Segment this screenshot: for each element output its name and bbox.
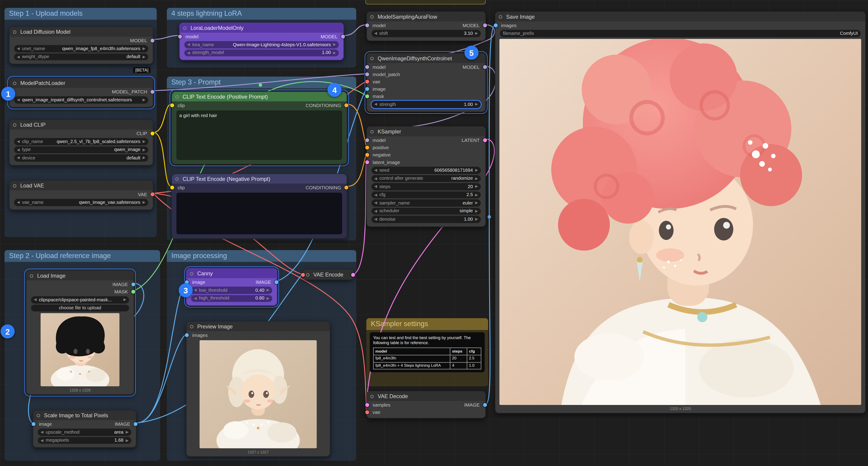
filename-prefix-widget[interactable]: filename_prefix ComfyUI (500, 30, 861, 37)
node-lora-loader-model-only[interactable]: LoraLoaderModelOnly model MODEL ◀ lora_n… (179, 23, 344, 60)
images-input-port[interactable] (185, 333, 189, 337)
node-vae-encode[interactable]: VAE Encode (302, 269, 354, 280)
combo-next-icon[interactable]: ▶ (124, 297, 126, 302)
group-ksettings-header[interactable]: KSampler settings (366, 318, 488, 330)
weight-dtype-widget[interactable]: ◀ weight_dtype default ▶ (14, 53, 148, 60)
combo-prev-icon[interactable]: ◀ (17, 147, 20, 152)
combo-prev-icon[interactable]: ◀ (194, 288, 197, 293)
combo-next-icon[interactable]: ▶ (475, 193, 478, 197)
node-load-vae[interactable]: Load VAE VAE ◀ vae_name qwen_image_vae.s… (9, 180, 153, 210)
combo-next-icon[interactable]: ▶ (267, 288, 270, 293)
images-input-port[interactable] (494, 23, 498, 27)
combo-next-icon[interactable]: ▶ (333, 51, 336, 55)
mask-output-port[interactable] (131, 290, 135, 293)
combo-next-icon[interactable]: ▶ (475, 102, 478, 107)
combo-next-icon[interactable]: ▶ (475, 31, 478, 36)
collapse-dot-icon[interactable] (30, 274, 33, 277)
combo-prev-icon[interactable]: ◀ (17, 139, 20, 144)
combo-next-icon[interactable]: ▶ (475, 168, 478, 172)
combo-next-icon[interactable]: ▶ (333, 42, 336, 47)
combo-prev-icon[interactable]: ◀ (187, 42, 190, 47)
combo-prev-icon[interactable]: ◀ (17, 55, 20, 59)
choose-file-button[interactable]: choose file to upload (31, 304, 129, 311)
combo-next-icon[interactable]: ▶ (143, 98, 146, 102)
combo-prev-icon[interactable]: ◀ (40, 430, 43, 434)
unet-name-widget[interactable]: ◀ unet_name qwen_image_fp8_e4m3fn.safete… (14, 45, 148, 52)
group-imgproc-header[interactable]: Image processing (167, 250, 356, 262)
collapse-dot-icon[interactable] (175, 95, 179, 98)
model-output-port[interactable] (341, 34, 345, 38)
combo-next-icon[interactable]: ▶ (475, 209, 478, 213)
collapse-dot-icon[interactable] (37, 413, 40, 417)
combo-prev-icon[interactable]: ◀ (17, 156, 20, 160)
group-step1-header[interactable]: Step 1 - Upload models (5, 8, 157, 20)
node-model-patch-loader[interactable]: ModelPatchLoader MODEL_PATCH ◀ qwen_imag… (9, 78, 153, 107)
positive-input-port[interactable] (365, 145, 369, 149)
cfg-widget[interactable]: ◀ cfg 2.5 ▶ (372, 191, 481, 198)
node-clip-text-encode-negative[interactable]: CLIP Text Encode (Negative Prompt) clip … (172, 173, 347, 239)
combo-next-icon[interactable]: ▶ (126, 438, 128, 442)
collapse-dot-icon[interactable] (370, 15, 374, 19)
node-model-sampling-auraflow[interactable]: ModelSamplingAuraFlow model MODEL ◀ shif… (366, 11, 486, 41)
scheduler-widget[interactable]: ◀ scheduler simple ▶ (372, 207, 481, 214)
combo-next-icon[interactable]: ▶ (143, 46, 146, 51)
clip-name-widget[interactable]: ◀ clip_name qwen_2.5_vl_7b_fp8_scaled.sa… (14, 138, 148, 145)
vae-name-widget[interactable]: ◀ vae_name qwen_image_vae.safetensors ▶ (14, 199, 148, 206)
comfyui-canvas[interactable]: Step 1 - Upload models 4 steps lightning… (0, 0, 868, 466)
model-output-port[interactable] (150, 38, 154, 42)
vae-output-port[interactable] (150, 192, 154, 196)
lora-name-widget[interactable]: ◀ lora_name Qwen-Image-Lightning-4steps-… (184, 41, 339, 48)
vae-input-port[interactable] (365, 410, 369, 414)
node-ksampler[interactable]: KSampler model LATENT positive negative … (366, 126, 486, 227)
latent-output-port[interactable] (483, 138, 487, 142)
model-input-port[interactable] (365, 138, 369, 142)
link-dot-image[interactable] (488, 215, 491, 219)
model-patch-output-port[interactable] (150, 90, 154, 93)
combo-next-icon[interactable]: ▶ (143, 200, 146, 204)
collapsed-input-port[interactable] (301, 273, 305, 277)
node-load-image[interactable]: Load Image IMAGE MASK ◀ clipspace/clipsp… (26, 270, 134, 395)
node-scale-image-total-pixels[interactable]: Scale Image to Total Pixels image IMAGE … (33, 410, 136, 448)
collapse-dot-icon[interactable] (370, 395, 374, 398)
clip-output-port[interactable] (150, 131, 154, 135)
collapse-dot-icon[interactable] (175, 177, 179, 180)
combo-next-icon[interactable]: ▶ (475, 201, 478, 205)
group-lora-header[interactable]: 4 steps lightning LoRA (167, 8, 356, 20)
conditioning-output-port[interactable] (344, 186, 348, 189)
seed-widget[interactable]: ◀ seed 606565808171694 ▶ (372, 167, 481, 174)
upscale-method-widget[interactable]: ◀ upscale_method area ▶ (38, 429, 131, 436)
conditioning-output-port[interactable] (344, 103, 348, 107)
node-load-clip[interactable]: Load CLIP CLIP ◀ clip_name qwen_2.5_vl_7… (9, 119, 153, 165)
combo-prev-icon[interactable]: ◀ (17, 98, 20, 102)
shift-widget[interactable]: ◀ shift 3.10 ▶ (372, 30, 481, 37)
node-load-diffusion-model[interactable]: Load Diffusion Model MODEL ◀ unet_name q… (9, 26, 153, 64)
image-output-port[interactable] (274, 280, 278, 284)
clip-input-port[interactable] (170, 186, 174, 189)
high-threshold-widget[interactable]: ◀ high_threshold 0.80 ▶ (191, 295, 272, 302)
clip-input-port[interactable] (170, 103, 174, 107)
combo-next-icon[interactable]: ▶ (475, 176, 478, 180)
combo-prev-icon[interactable]: ◀ (374, 217, 377, 222)
combo-next-icon[interactable]: ▶ (143, 156, 146, 160)
collapse-dot-icon[interactable] (13, 123, 17, 126)
combo-prev-icon[interactable]: ◀ (374, 102, 377, 107)
model-output-port[interactable] (483, 23, 487, 27)
vae-input-port[interactable] (365, 79, 369, 84)
combo-prev-icon[interactable]: ◀ (374, 201, 377, 205)
collapse-dot-icon[interactable] (370, 57, 374, 60)
collapse-dot-icon[interactable] (13, 30, 17, 33)
node-vae-decode[interactable]: VAE Decode samples IMAGE vae (366, 391, 486, 419)
model-input-port[interactable] (365, 23, 369, 27)
model-patch-input-port[interactable] (365, 72, 369, 76)
node-clip-text-encode-positive[interactable]: CLIP Text Encode (Positive Prompt) clip … (172, 91, 347, 164)
collapse-dot-icon[interactable] (190, 325, 193, 328)
negative-input-port[interactable] (365, 153, 369, 157)
combo-prev-icon[interactable]: ◀ (187, 51, 190, 55)
node-qwen-image-diffsynth-controlnet[interactable]: QwenImageDiffsynthControlnet model MODEL… (366, 53, 486, 111)
combo-next-icon[interactable]: ▶ (475, 184, 478, 189)
combo-prev-icon[interactable]: ◀ (374, 176, 377, 180)
combo-prev-icon[interactable]: ◀ (17, 46, 20, 51)
collapse-dot-icon[interactable] (499, 15, 502, 19)
image-file-widget[interactable]: ◀ clipspace/clipspace-painted-mask... ▶ (31, 296, 129, 303)
combo-prev-icon[interactable]: ◀ (374, 209, 377, 213)
